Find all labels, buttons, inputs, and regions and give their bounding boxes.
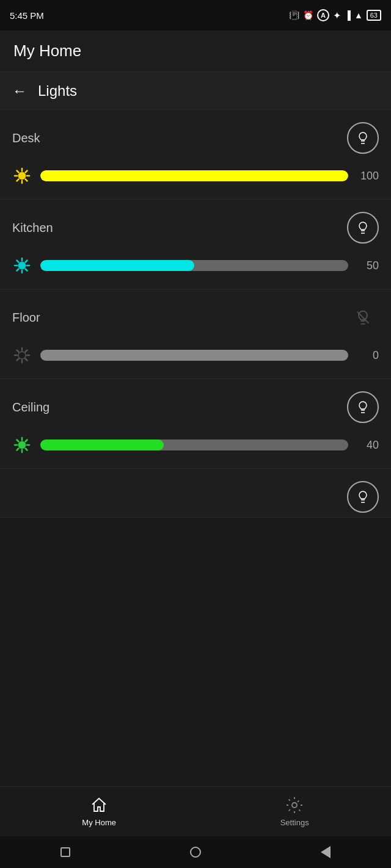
light-header-kitchen: Kitchen <box>12 212 379 244</box>
light-controls-floor: 0 <box>12 345 379 365</box>
sys-recents-button[interactable] <box>59 845 72 859</box>
svg-point-11 <box>18 262 26 269</box>
light-controls-ceiling: 40 <box>12 435 379 455</box>
svg-line-30 <box>17 359 19 361</box>
signal-icon: ▐ <box>345 10 351 20</box>
svg-point-22 <box>18 352 26 359</box>
battery-indicator: 63 <box>367 10 381 21</box>
nav-item-home[interactable]: My Home <box>82 796 116 827</box>
brightness-icon-ceiling <box>12 435 32 455</box>
wifi-icon: ▲ <box>354 10 363 20</box>
slider-value-ceiling: 40 <box>357 439 379 452</box>
bulb-icon-ceiling <box>356 400 370 414</box>
alarm-icon: ⏰ <box>303 10 313 20</box>
light-toggle-desk[interactable] <box>347 122 379 154</box>
app-title: My Home <box>13 42 378 60</box>
svg-line-19 <box>17 269 19 271</box>
svg-line-27 <box>17 350 19 352</box>
home-button-icon <box>190 847 201 858</box>
svg-line-29 <box>26 350 27 352</box>
svg-line-37 <box>17 440 19 442</box>
svg-line-7 <box>26 179 27 181</box>
light-item-floor: Floor <box>0 289 391 379</box>
back-button[interactable]: ← <box>12 82 27 99</box>
light-toggle-partial[interactable] <box>347 481 379 513</box>
back-button-icon <box>321 846 331 858</box>
light-header-ceiling: Ceiling <box>12 391 379 423</box>
vibrate-icon: 📳 <box>289 10 299 20</box>
slider-value-floor: 0 <box>357 349 379 362</box>
bulb-off-icon-floor <box>354 309 371 326</box>
lights-list: Desk 100 <box>0 110 391 518</box>
svg-line-16 <box>17 261 19 262</box>
sys-back-button[interactable] <box>319 845 332 859</box>
brightness-icon-desk <box>12 166 32 186</box>
bulb-icon-kitchen <box>356 220 370 235</box>
svg-line-8 <box>26 171 27 173</box>
slider-value-kitchen: 50 <box>357 259 379 272</box>
light-item-ceiling: Ceiling 40 <box>0 379 391 469</box>
status-time: 5:45 PM <box>10 10 44 21</box>
svg-point-32 <box>18 441 26 449</box>
light-toggle-ceiling[interactable] <box>347 391 379 423</box>
light-item-desk: Desk 100 <box>0 110 391 200</box>
brightness-icon-kitchen <box>12 256 32 275</box>
light-toggle-kitchen[interactable] <box>347 212 379 244</box>
system-nav-bar <box>0 836 391 868</box>
svg-point-42 <box>292 803 297 808</box>
slider-fill-ceiling <box>40 439 164 450</box>
brightness-icon-floor <box>12 345 32 365</box>
svg-line-38 <box>26 449 27 450</box>
slider-value-desk: 100 <box>357 170 379 183</box>
nav-label-home: My Home <box>82 818 116 827</box>
home-nav-icon <box>90 796 108 814</box>
light-name-kitchen: Kitchen <box>12 221 53 235</box>
app-icon: A <box>317 9 329 21</box>
svg-line-9 <box>17 179 19 181</box>
slider-fill-desk <box>40 170 348 181</box>
section-title: Lights <box>38 82 77 99</box>
recents-icon <box>60 847 70 857</box>
slider-track-kitchen[interactable] <box>40 260 348 271</box>
nav-label-settings: Settings <box>280 818 309 827</box>
light-name-desk: Desk <box>12 131 40 145</box>
bottom-nav: My Home Settings <box>0 786 391 836</box>
slider-track-desk[interactable] <box>40 170 348 181</box>
svg-line-28 <box>26 359 27 361</box>
house-icon <box>90 796 108 814</box>
light-item-kitchen: Kitchen 50 <box>0 200 391 289</box>
light-toggle-floor-off <box>347 302 379 333</box>
light-name-ceiling: Ceiling <box>12 400 49 414</box>
nav-item-settings[interactable]: Settings <box>280 796 309 827</box>
section-header: ← Lights <box>0 72 391 110</box>
light-header-floor: Floor <box>12 302 379 333</box>
svg-point-1 <box>18 172 26 179</box>
light-item-partial <box>0 469 391 518</box>
gear-icon <box>285 796 304 814</box>
status-bar: 5:45 PM 📳 ⏰ A ✦ ▐ ▲ 63 <box>0 0 391 31</box>
slider-track-ceiling[interactable] <box>40 439 348 450</box>
bottom-spacer <box>0 518 391 599</box>
light-controls-desk: 100 <box>12 166 379 186</box>
light-header-desk: Desk <box>12 122 379 154</box>
slider-track-floor[interactable] <box>40 350 348 361</box>
svg-line-39 <box>26 440 27 442</box>
svg-line-6 <box>17 171 19 173</box>
bulb-icon-desk <box>356 131 370 145</box>
sys-home-button[interactable] <box>189 845 202 859</box>
svg-line-17 <box>26 269 27 271</box>
settings-nav-icon <box>285 796 304 814</box>
svg-line-18 <box>26 261 27 262</box>
bluetooth-icon: ✦ <box>333 10 341 21</box>
light-header-partial <box>12 481 379 513</box>
app-title-bar: My Home <box>0 31 391 72</box>
bulb-icon-partial <box>356 490 370 504</box>
status-icons: 📳 ⏰ A ✦ ▐ ▲ 63 <box>289 9 381 21</box>
svg-line-40 <box>17 449 19 450</box>
light-name-floor: Floor <box>12 311 40 325</box>
light-controls-kitchen: 50 <box>12 256 379 275</box>
slider-fill-kitchen <box>40 260 194 271</box>
